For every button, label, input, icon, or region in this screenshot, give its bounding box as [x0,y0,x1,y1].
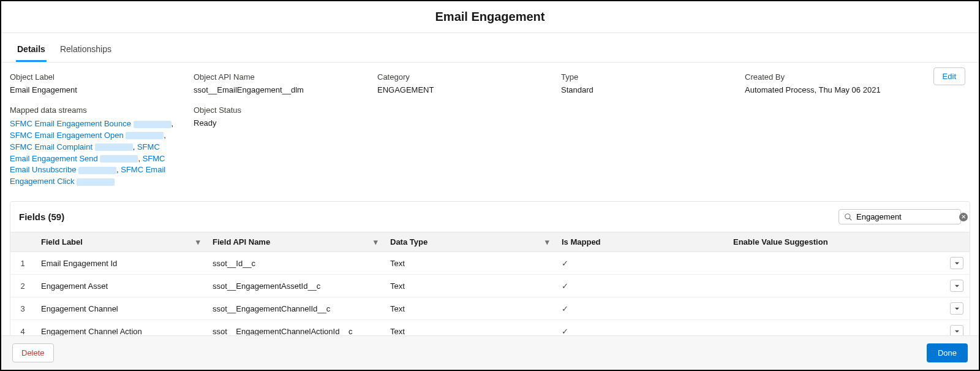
row-is-mapped: ✓ [556,252,727,275]
row-field-label: Engagement Channel [35,297,206,320]
caret-down-icon [954,283,960,289]
stream-link[interactable]: SFMC Email Engagement Open [10,131,124,140]
row-action-menu[interactable] [950,325,963,335]
redacted-text [77,178,115,186]
done-button[interactable]: Done [927,343,968,362]
search-icon [844,213,853,221]
table-row: 2Engagement Assetssot__EngagementAssetId… [10,275,970,297]
object-label-label: Object Label [10,72,194,82]
check-icon: ✓ [562,327,568,335]
object-label-value: Email Engagement [10,85,194,94]
delete-button[interactable]: Delete [12,343,54,362]
row-enable-value-suggestion [727,297,944,320]
row-number: 2 [10,275,35,297]
row-api-name: ssot__EngagementAssetId__c [206,275,384,297]
row-number: 1 [10,252,35,275]
row-action-menu[interactable] [950,302,963,315]
tab-relationships[interactable]: Relationships [59,40,113,62]
row-data-type: Text [384,275,556,297]
object-status-label: Object Status [194,105,377,115]
redacted-text [95,143,133,151]
col-data-type[interactable]: Data Type ▾ [384,232,556,252]
fields-panel: Fields (59) ✕ Field Label ▾ [10,201,970,335]
fields-title-prefix: Fields [19,212,45,222]
row-enable-value-suggestion [727,320,944,335]
col-is-mapped[interactable]: Is Mapped [556,232,727,252]
chevron-down-icon: ▾ [545,237,549,247]
tab-details[interactable]: Details [16,40,47,62]
mapped-streams-label: Mapped data streams [10,105,194,115]
stream-link[interactable]: SFMC Email Engagement Bounce [10,119,131,128]
row-enable-value-suggestion [727,275,944,297]
fields-search-input[interactable] [853,212,959,221]
row-field-label: Email Engagement Id [35,252,206,275]
row-data-type: Text [384,320,556,335]
tabs: Details Relationships [1,33,979,63]
object-status-value: Ready [194,118,377,128]
row-api-name: ssot__EngagementChannelId__c [206,297,384,320]
row-api-name: ssot__EngagementChannelActionId__c [206,320,384,335]
svg-line-1 [850,218,852,220]
edit-button[interactable]: Edit [933,67,965,85]
check-icon: ✓ [562,281,568,291]
col-actions [944,232,970,252]
fields-search[interactable]: ✕ [839,209,961,224]
api-name-value: ssot__EmailEngagement__dlm [194,85,377,94]
category-value: ENGAGEMENT [377,85,561,94]
check-icon: ✓ [562,304,568,313]
col-api-name[interactable]: Field API Name ▾ [206,232,384,252]
meta-row-2: Mapped data streams SFMC Email Engagemen… [1,101,979,199]
stream-link[interactable]: SFMC Email Complaint [10,142,92,151]
row-field-label: Engagement Asset [35,275,206,297]
created-by-value: Automated Process, Thu May 06 2021 [745,85,970,94]
mapped-streams-list: SFMC Email Engagement Bounce , SFMC Emai… [10,118,181,188]
caret-down-icon [954,329,960,334]
row-is-mapped: ✓ [556,297,727,320]
check-icon: ✓ [562,259,568,268]
row-data-type: Text [384,297,556,320]
row-number: 4 [10,320,35,335]
col-enable-value-suggestion[interactable]: Enable Value Suggestion [727,232,944,252]
row-data-type: Text [384,252,556,275]
table-row: 1Email Engagement Idssot__Id__cText✓ [10,252,970,275]
meta-row-1: Object Label Email Engagement Object API… [1,63,979,101]
redacted-text [126,132,164,139]
row-is-mapped: ✓ [556,320,727,335]
category-label: Category [377,72,561,82]
footer: Delete Done [1,335,979,370]
redacted-text [134,121,172,128]
clear-search-icon[interactable]: ✕ [959,213,968,221]
api-name-label: Object API Name [194,72,377,82]
row-action-menu[interactable] [950,280,963,292]
page-title: Email Engagement [1,1,979,33]
row-number: 3 [10,297,35,320]
redacted-text [78,167,116,174]
fields-table: Field Label ▾ Field API Name ▾ Data Type… [10,232,970,335]
col-number [10,232,35,252]
caret-down-icon [954,306,960,312]
type-label: Type [561,72,745,82]
fields-title: Fields (59) [19,212,64,222]
row-enable-value-suggestion [727,252,944,275]
fields-count: 59 [51,212,62,222]
col-field-label[interactable]: Field Label ▾ [35,232,206,252]
table-row: 4Engagement Channel Actionssot__Engageme… [10,320,970,335]
chevron-down-icon: ▾ [196,237,200,247]
row-action-menu[interactable] [950,257,963,269]
row-api-name: ssot__Id__c [206,252,384,275]
row-is-mapped: ✓ [556,275,727,297]
chevron-down-icon: ▾ [374,237,378,247]
caret-down-icon [954,261,960,266]
svg-point-0 [845,213,850,218]
type-value: Standard [561,85,745,94]
row-field-label: Engagement Channel Action [35,320,206,335]
table-row: 3Engagement Channelssot__EngagementChann… [10,297,970,320]
redacted-text [100,155,138,163]
